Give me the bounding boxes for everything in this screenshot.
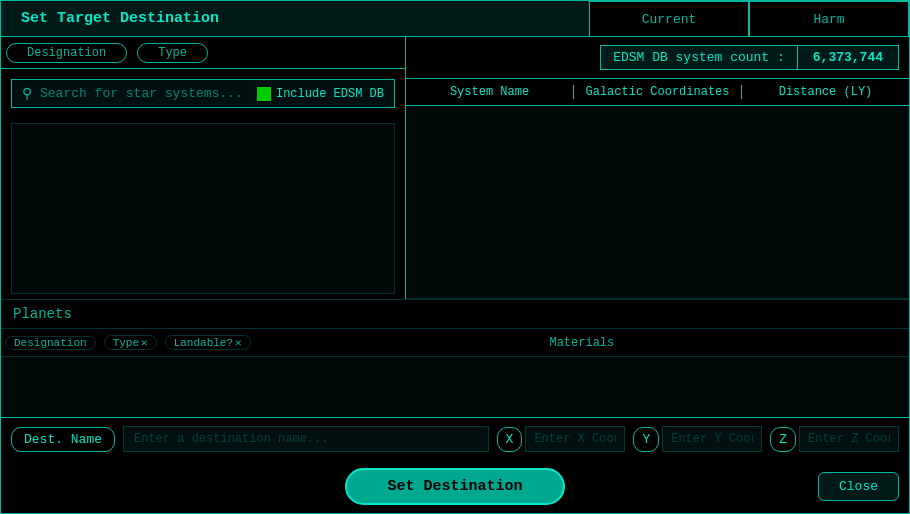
left-tabs: Designation Type <box>1 37 405 69</box>
action-row: Set Destination Close <box>1 460 909 513</box>
planet-th-materials: Materials <box>255 336 909 350</box>
x-coord-group: X <box>497 426 626 452</box>
y-label: Y <box>633 427 659 452</box>
x-label: X <box>497 427 523 452</box>
z-coord-group: Z <box>770 426 899 452</box>
edsm-count-bar: EDSM DB system count : 6,373,744 <box>406 37 909 78</box>
z-label: Z <box>770 427 796 452</box>
search-input[interactable] <box>40 86 249 101</box>
edsm-checkbox[interactable] <box>257 87 271 101</box>
close-button[interactable]: Close <box>818 472 899 501</box>
left-panel: Designation Type ⚲ Include EDSM DB <box>1 37 406 299</box>
edsm-count-value: 6,373,744 <box>798 46 898 69</box>
planets-section-label: Planets <box>1 300 909 329</box>
edsm-count-label: EDSM DB system count : <box>601 46 798 69</box>
system-list-area <box>406 106 909 299</box>
y-coord-input[interactable] <box>662 426 762 452</box>
planets-section: Planets Designation Type ✕ Landable? ✕ M… <box>1 299 909 417</box>
include-edsm-toggle[interactable]: Include EDSM DB <box>257 87 384 101</box>
tab-current[interactable]: Current <box>589 1 749 36</box>
th-system-name: System Name <box>406 85 574 99</box>
left-list-area <box>11 123 395 294</box>
planet-th-designation: Designation <box>5 336 96 350</box>
main-window: Set Target Destination Current Harm Desi… <box>0 0 910 514</box>
include-edsm-label: Include EDSM DB <box>276 87 384 101</box>
planet-landable-close-icon[interactable]: ✕ <box>235 336 242 349</box>
search-bar: ⚲ Include EDSM DB <box>11 79 395 108</box>
th-distance: Distance (LY) <box>742 85 909 99</box>
th-galactic-coords: Galactic Coordinates <box>574 85 742 99</box>
y-coord-group: Y <box>633 426 762 452</box>
systems-table-header: System Name Galactic Coordinates Distanc… <box>406 78 909 106</box>
planets-table-header: Designation Type ✕ Landable? ✕ Materials <box>1 329 909 357</box>
planet-th-landable: Landable? ✕ <box>165 335 251 350</box>
edsm-count-badge: EDSM DB system count : 6,373,744 <box>600 45 899 70</box>
x-coord-input[interactable] <box>525 426 625 452</box>
designation-tab[interactable]: Designation <box>6 43 127 63</box>
right-panel: EDSM DB system count : 6,373,744 System … <box>406 37 909 299</box>
z-coord-input[interactable] <box>799 426 899 452</box>
dest-name-input[interactable] <box>123 426 489 452</box>
tab-harm[interactable]: Harm <box>749 1 909 36</box>
set-destination-button[interactable]: Set Destination <box>345 468 564 505</box>
window-title: Set Target Destination <box>1 10 589 27</box>
bottom-bar: Dest. Name X Y Z <box>1 417 909 460</box>
dest-name-label: Dest. Name <box>11 427 115 452</box>
tab-group: Current Harm <box>589 1 909 36</box>
planet-th-type: Type ✕ <box>104 335 157 350</box>
title-bar: Set Target Destination Current Harm <box>1 1 909 37</box>
type-tab[interactable]: Type <box>137 43 208 63</box>
search-icon: ⚲ <box>22 85 32 102</box>
content-area: Designation Type ⚲ Include EDSM DB EDSM … <box>1 37 909 299</box>
planets-list-area <box>1 357 909 417</box>
planet-type-close-icon[interactable]: ✕ <box>141 336 148 349</box>
